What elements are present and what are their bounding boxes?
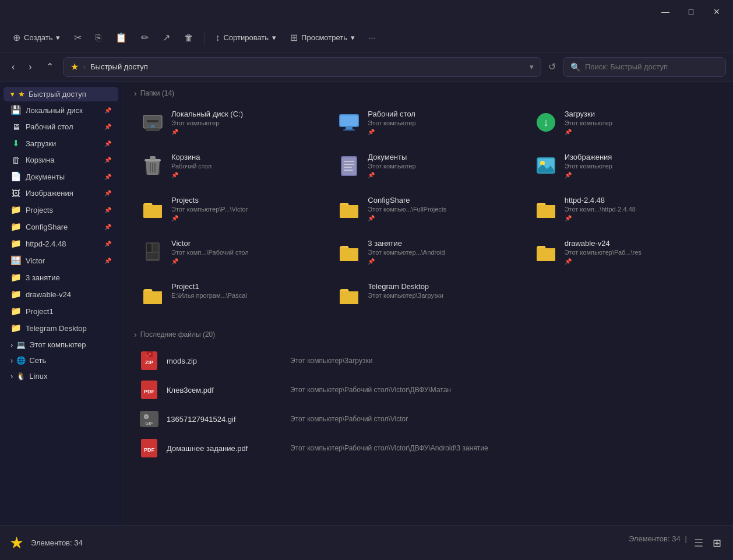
project1-name: Project1 <box>171 282 322 291</box>
sidebar-item-images[interactable]: 🖼 Изображения 📌 <box>3 185 118 201</box>
sidebar: ▾ ★ Быстрый доступ 💾 Локальный диск 📌 🖥 … <box>0 82 122 525</box>
content-area: Папки (14) ⊞ Локальный диск (C <box>122 82 733 525</box>
create-button[interactable]: ⊕ Создать ▾ <box>7 29 66 47</box>
view-label: Просмотреть <box>301 33 347 42</box>
address-star-icon: ★ <box>71 61 79 72</box>
klev-pdf-name: Клев3сем.pdf <box>167 386 283 395</box>
folder-item-recycle[interactable]: Корзина Рабочий стол 📌 <box>134 148 328 189</box>
paste-icon: 📋 <box>115 32 127 43</box>
sidebar-item-configshare[interactable]: 📁 ConfigShare 📌 <box>3 219 118 235</box>
folder-item-project1[interactable]: Project1 E:\Илья програм...\Pascal <box>134 277 328 318</box>
local-disk-c-sub: Этот компьютер <box>171 119 322 126</box>
sidebar-item-images-label: Изображения <box>26 189 100 198</box>
folder-item-projects[interactable]: Projects Этот компьютер\P...\Victor 📌 <box>134 191 328 232</box>
close-button[interactable]: ✕ <box>705 3 728 20</box>
sidebar-item-projects[interactable]: 📁 Projects 📌 <box>3 202 118 218</box>
refresh-button[interactable]: ↺ <box>546 59 558 75</box>
images-info: Изображения Этот компьютер 📌 <box>565 153 716 178</box>
sort-dropdown-icon: ▾ <box>272 33 276 42</box>
telegram-icon: 📁 <box>10 323 21 333</box>
pin-icon-5: 📌 <box>104 190 111 196</box>
folder-item-desktop[interactable]: Рабочий стол Этот компьютер 📌 <box>330 105 524 146</box>
grid-view-button[interactable]: ⊞ <box>710 534 724 552</box>
sidebar-item-victor[interactable]: 🪟 Victor 📌 <box>3 252 118 269</box>
downloads-icon-wrap: ↓ <box>533 110 559 135</box>
folder-item-drawable[interactable]: drawable-v24 Этот компьютер\Раб...\res 📌 <box>527 234 721 275</box>
folder-item-documents[interactable]: Документы Этот компьютер 📌 <box>330 148 524 189</box>
folder-item-configshare[interactable]: ConfigShare Этот компью...\FullProjects … <box>330 191 524 232</box>
3zanyatie-icon-wrap <box>336 239 362 265</box>
search-box[interactable]: 🔍 <box>563 57 726 77</box>
address-dropdown-icon[interactable]: ▾ <box>530 62 534 71</box>
main-content: ▾ ★ Быстрый доступ 💾 Локальный диск 📌 🖥 … <box>0 82 733 525</box>
sidebar-item-quick-access[interactable]: ▾ ★ Быстрый доступ <box>3 87 118 101</box>
linux-icon: 🐧 <box>16 372 26 381</box>
sidebar-item-3zanyatie[interactable]: 📁 3 занятие <box>3 269 118 286</box>
recent-section-header: Последние файлы (20) <box>134 330 721 339</box>
folder-item-images[interactable]: Изображения Этот компьютер 📌 <box>527 148 721 189</box>
minimize-button[interactable]: — <box>654 3 677 20</box>
copy-icon: ⎘ <box>96 33 101 43</box>
svg-text:↓: ↓ <box>543 117 548 128</box>
folder-item-3zanyatie[interactable]: 3 занятие Этот компьютер...\Android 📌 <box>330 234 524 275</box>
maximize-button[interactable]: □ <box>679 3 703 20</box>
quick-access-label: Быстрый доступ <box>29 90 86 98</box>
documents-icon: 📄 <box>10 171 21 182</box>
rename-button[interactable]: ✏ <box>135 29 154 47</box>
search-input[interactable] <box>585 62 718 71</box>
gif-path: Этот компьютер\Рабочий стол\Victor <box>290 415 717 423</box>
list-view-button[interactable]: ☰ <box>692 534 706 552</box>
rename-icon: ✏ <box>141 32 149 43</box>
drive-icon: ⊞ <box>141 111 164 134</box>
sidebar-item-httpd[interactable]: 📁 httpd-2.4.48 📌 <box>3 235 118 252</box>
sidebar-item-linux[interactable]: › 🐧 Linux <box>3 369 118 383</box>
sidebar-item-desktop[interactable]: 🖥 Рабочий стол 📌 <box>3 119 118 135</box>
recycle-name: Корзина <box>171 153 322 161</box>
documents-info: Документы Этот компьютер 📌 <box>368 153 519 178</box>
folder-item-httpd[interactable]: httpd-2.4.48 Этот комп...\httpd-2.4.48 📌 <box>527 191 721 232</box>
forward-button[interactable]: › <box>24 58 36 76</box>
recent-item-mods-zip[interactable]: ZIP mods.zip Этот компьютер\Загрузки <box>134 346 721 375</box>
sidebar-item-drawable-label: drawable-v24 <box>26 290 111 299</box>
cut-button[interactable]: ✂ <box>68 29 87 47</box>
view-button[interactable]: ⊞ Просмотреть ▾ <box>284 29 361 47</box>
paste-button[interactable]: 📋 <box>110 29 133 47</box>
recycle-sub: Рабочий стол <box>171 163 322 170</box>
documents-icon-wrap <box>336 153 362 178</box>
sidebar-item-network[interactable]: › 🌐 Сеть <box>3 353 118 368</box>
folder-item-local-disk-c[interactable]: ⊞ Локальный диск (C:) Этот компьютер 📌 <box>134 105 328 146</box>
recent-item-klev-pdf[interactable]: PDF Клев3сем.pdf Этот компьютер\Рабочий … <box>134 375 721 404</box>
share-button[interactable]: ↗ <box>157 29 176 47</box>
recent-item-homework-pdf[interactable]: PDF Домашнее задание.pdf Этот компьютер\… <box>134 434 721 463</box>
sidebar-item-documents[interactable]: 📄 Документы 📌 <box>3 168 118 185</box>
sidebar-item-drawable[interactable]: 📁 drawable-v24 <box>3 286 118 302</box>
sidebar-item-local-disk[interactable]: 💾 Локальный диск 📌 <box>3 102 118 118</box>
images-icon: 🖼 <box>10 188 21 198</box>
delete-button[interactable]: 🗑 <box>178 29 199 47</box>
up-button[interactable]: ⌃ <box>41 58 58 76</box>
folder-item-victor[interactable]: Victor Этот комп...\Рабочий стол 📌 <box>134 234 328 275</box>
sidebar-item-downloads[interactable]: ⬇ Загрузки 📌 <box>3 135 118 152</box>
address-bar[interactable]: ★ › Быстрый доступ ▾ <box>63 57 541 77</box>
sidebar-item-this-pc[interactable]: › 💻 Этот компьютер <box>3 337 118 352</box>
configshare-icon-wrap <box>336 196 362 221</box>
sidebar-item-telegram[interactable]: 📁 Telegram Desktop <box>3 320 118 336</box>
sidebar-item-documents-label: Документы <box>26 172 100 181</box>
sort-button[interactable]: ↕ Сортировать ▾ <box>209 29 282 47</box>
downloads-sub: Этот компьютер <box>565 119 716 126</box>
sidebar-item-project1[interactable]: 📁 Project1 <box>3 303 118 319</box>
httpd-name: httpd-2.4.48 <box>565 196 716 205</box>
titlebar: — □ ✕ <box>0 0 733 23</box>
desktop-info: Рабочий стол Этот компьютер 📌 <box>368 110 519 135</box>
folder-item-telegram[interactable]: Telegram Desktop Этот компьютер\Загрузки <box>330 277 524 318</box>
more-button[interactable]: ··· <box>363 30 381 45</box>
back-button[interactable]: ‹ <box>7 58 19 76</box>
copy-button[interactable]: ⎘ <box>90 29 107 47</box>
folder-item-downloads[interactable]: ↓ Загрузки Этот компьютер 📌 <box>527 105 721 146</box>
svg-text:PDF: PDF <box>144 447 155 453</box>
quick-access-star-icon: ★ <box>18 90 25 98</box>
svg-rect-12 <box>150 156 156 160</box>
sidebar-item-recycle[interactable]: 🗑 Корзина 📌 <box>3 152 118 168</box>
pin-icon-7: 📌 <box>104 224 111 230</box>
recent-item-gif[interactable]: GIF 13657127941524.gif Этот компьютер\Ра… <box>134 404 721 434</box>
